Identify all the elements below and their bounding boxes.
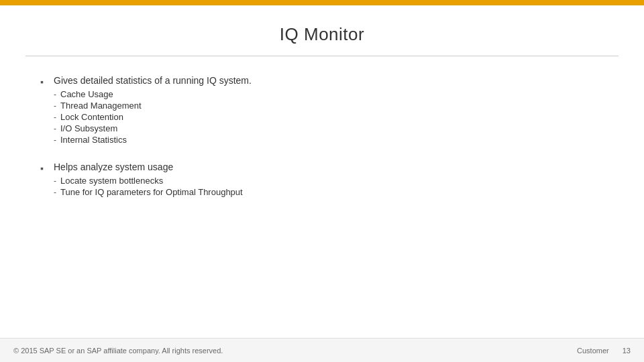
sub-bullet-icon: -	[54, 90, 56, 99]
bullet-main-1: Gives detailed statistics of a running I…	[54, 75, 604, 86]
sub-item-text: Cache Usage	[60, 89, 113, 99]
sub-item-text: Tune for IQ parameters for Optimal Throu…	[60, 187, 243, 197]
bullet-main-2: Helps analyze system usage	[54, 162, 604, 172]
sub-item-text: Locate system bottlenecks	[60, 176, 163, 186]
title-area: IQ Monitor	[0, 5, 644, 56]
sub-item-text: Lock Contention	[60, 112, 123, 122]
bullet-dot-2: ▪	[40, 163, 47, 174]
sub-item-text: Internal Statistics	[60, 135, 127, 145]
sub-bullet-icon: -	[54, 124, 56, 133]
sub-item-text: I/O Subsystem	[60, 123, 117, 133]
sub-item-text: Thread Management	[60, 101, 142, 111]
list-item: - Thread Management	[54, 100, 604, 111]
bullet-dot-1: ▪	[40, 76, 47, 87]
sub-bullet-icon: -	[54, 135, 56, 145]
bullet-section-2: ▪ Helps analyze system usage - Locate sy…	[40, 162, 604, 198]
bullet-content-1: Gives detailed statistics of a running I…	[54, 75, 604, 145]
footer-page: 13	[623, 347, 631, 355]
sub-bullet-icon: -	[54, 176, 56, 186]
slide-title: IQ Monitor	[0, 24, 644, 45]
sub-bullet-icon: -	[54, 101, 56, 111]
slide-container: IQ Monitor ▪ Gives detailed statistics o…	[0, 5, 644, 362]
footer-copyright: © 2015 SAP SE or an SAP affiliate compan…	[13, 347, 223, 355]
footer-label: Customer	[577, 347, 609, 355]
list-item: - Tune for IQ parameters for Optimal Thr…	[54, 186, 604, 198]
list-item: - Locate system bottlenecks	[54, 175, 604, 186]
list-item: - Cache Usage	[54, 88, 604, 100]
sub-bullet-icon: -	[54, 188, 56, 197]
list-item: - Lock Contention	[54, 111, 604, 123]
content-area: ▪ Gives detailed statistics of a running…	[0, 56, 644, 362]
bullet-section-1: ▪ Gives detailed statistics of a running…	[40, 75, 604, 145]
sub-list-1: - Cache Usage - Thread Management - Lock…	[54, 88, 604, 145]
bullet-content-2: Helps analyze system usage - Locate syst…	[54, 162, 604, 198]
sub-list-2: - Locate system bottlenecks - Tune for I…	[54, 175, 604, 198]
sub-bullet-icon: -	[54, 113, 56, 122]
footer-right: Customer 13	[577, 347, 631, 355]
footer: © 2015 SAP SE or an SAP affiliate compan…	[0, 338, 644, 362]
list-item: - Internal Statistics	[54, 134, 604, 145]
list-item: - I/O Subsystem	[54, 123, 604, 134]
top-bar	[0, 0, 644, 5]
